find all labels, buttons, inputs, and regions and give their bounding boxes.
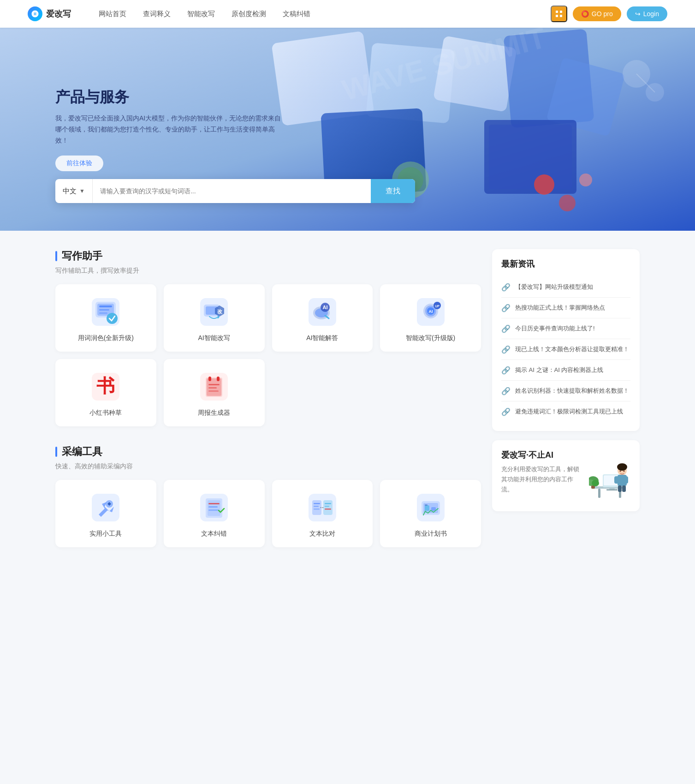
news-text-1: 热搜功能正式上线！掌握网络热点 (515, 303, 605, 312)
svg-rect-80 (598, 489, 600, 498)
card-ai-answer[interactable]: AI AI智能解答 (272, 284, 373, 352)
hero-description: 我，爱改写已经全面接入国内AI大模型，作为你的智能伙伴，无论您的需求来自哪个领域… (55, 113, 286, 146)
go-pro-icon: ⭕ (581, 10, 589, 18)
language-selector[interactable]: 中文 ▼ (55, 179, 93, 203)
svg-rect-0 (556, 11, 558, 13)
link-icon-6: 🔗 (501, 407, 511, 416)
business-plan-label: 商业计划书 (415, 530, 447, 538)
writing-section-desc: 写作辅助工具，撰写效率提升 (55, 267, 481, 275)
nav-dict[interactable]: 查词释义 (143, 10, 171, 18)
left-column: 写作助手 写作辅助工具，撰写效率提升 (55, 249, 481, 558)
search-button[interactable]: 查找 (371, 179, 415, 203)
card-smart-rewrite[interactable]: AI UP 智能改写(升级版) (380, 284, 481, 352)
search-bar: 中文 ▼ 查找 (55, 179, 415, 203)
svg-rect-65 (312, 500, 321, 515)
svg-rect-61 (208, 503, 220, 504)
tool-section-title: 采编工具 (55, 445, 481, 459)
svg-rect-26 (99, 309, 109, 311)
card-writing[interactable]: 用词润色(全新升级) (55, 284, 156, 352)
writing-section: 写作助手 写作辅助工具，撰写效率提升 (55, 249, 481, 426)
business-plan-icon (416, 493, 446, 522)
title-bar-decoration (55, 251, 57, 261)
red-book-icon: 书 (91, 372, 120, 401)
link-icon-1: 🔗 (501, 304, 511, 312)
go-pro-button[interactable]: ⭕ GO pro (573, 6, 621, 21)
tools-label: 实用小工具 (89, 530, 122, 538)
svg-rect-9 (504, 29, 594, 128)
link-icon-3: 🔗 (501, 345, 511, 354)
svg-rect-72 (325, 509, 331, 510)
writing-section-title: 写作助手 (55, 249, 481, 263)
promo-title: 爱改写·不止AI (501, 449, 583, 461)
news-item-5[interactable]: 🔗 姓名识别利器：快速提取和解析姓名数据！ (501, 381, 630, 401)
logo[interactable]: 爱改写 (28, 6, 71, 21)
news-item-6[interactable]: 🔗 避免违规词汇！极限词检测工具现已上线 (501, 401, 630, 422)
nav-home[interactable]: 网站首页 (99, 10, 126, 18)
smart-rewrite-icon: AI UP (416, 297, 446, 327)
red-book-label: 小红书种草 (89, 409, 122, 417)
svg-rect-54 (208, 387, 217, 389)
svg-text:AI: AI (428, 309, 433, 314)
weekly-icon (199, 372, 229, 401)
link-icon-4: 🔗 (501, 366, 511, 375)
writing-title-text: 写作助手 (62, 249, 102, 263)
news-item-3[interactable]: 🔗 现已上线！文本颜色分析器让提取更精准！ (501, 339, 630, 360)
svg-rect-25 (99, 305, 112, 307)
ai-answer-label: AI智能解答 (306, 334, 338, 342)
card-text-error[interactable]: 文本纠错 (164, 480, 265, 547)
nav-check[interactable]: 原创度检测 (232, 10, 266, 18)
news-list: 🔗 【爱改写】网站升级模型通知 🔗 热搜功能正式上线！掌握网络热点 🔗 今日历史… (501, 277, 630, 422)
svg-rect-55 (208, 390, 219, 392)
svg-rect-68 (314, 506, 319, 507)
card-ai-rewrite[interactable]: 改 AI智能改写 (164, 284, 265, 352)
card-tools[interactable]: 实用小工具 (55, 480, 156, 547)
experience-button[interactable]: 前往体验 (55, 156, 103, 171)
svg-point-28 (107, 313, 118, 324)
news-item-0[interactable]: 🔗 【爱改写】网站升级模型通知 (501, 277, 630, 298)
svg-point-98 (624, 471, 625, 472)
text-compare-icon (308, 493, 337, 522)
promo-card: 爱改写·不止AI 充分利用爱改写的工具，解锁其功能并利用您的内容工作流。 (492, 440, 640, 511)
promo-desc: 充分利用爱改写的工具，解锁其功能并利用您的内容工作流。 (501, 464, 583, 495)
svg-rect-63 (208, 509, 219, 511)
svg-text:书: 书 (96, 376, 115, 396)
text-error-icon (199, 493, 229, 522)
svg-rect-66 (323, 500, 333, 515)
svg-rect-77 (431, 507, 436, 511)
card-business-plan[interactable]: 商业计划书 (380, 480, 481, 547)
card-text-compare[interactable]: 文本比对 (272, 480, 373, 547)
svg-text:AI: AI (322, 305, 327, 310)
svg-text:改: 改 (217, 309, 223, 314)
news-item-4[interactable]: 🔗 揭示 AI 之谜：AI 内容检测器上线 (501, 360, 630, 381)
news-item-2[interactable]: 🔗 今日历史事件查询功能上线了! (501, 318, 630, 339)
news-text-4: 揭示 AI 之谜：AI 内容检测器上线 (515, 365, 603, 375)
svg-point-19 (623, 60, 650, 88)
nav-proofread[interactable]: 文稿纠错 (283, 10, 310, 18)
search-input[interactable] (93, 179, 371, 203)
ai-answer-icon: AI (308, 297, 337, 327)
svg-rect-53 (208, 384, 220, 385)
svg-rect-78 (425, 504, 428, 506)
header: 爱改写 网站首页 查词释义 智能改写 原创度检测 文稿纠错 ⭕ GO pro ↪… (0, 0, 695, 28)
svg-rect-71 (325, 506, 329, 507)
card-weekly[interactable]: 周报生成器 (164, 359, 265, 426)
login-button[interactable]: ↪ Login (627, 6, 667, 21)
smart-rewrite-label: 智能改写(升级版) (406, 334, 455, 342)
svg-rect-2 (556, 15, 558, 17)
svg-point-96 (617, 463, 627, 471)
promo-text: 爱改写·不止AI 充分利用爱改写的工具，解锁其功能并利用您的内容工作流。 (501, 449, 583, 495)
news-item-1[interactable]: 🔗 热搜功能正式上线！掌握网络热点 (501, 298, 630, 318)
tools-icon (91, 493, 120, 522)
writing-cards-grid: 用词润色(全新升级) 改 (55, 284, 481, 426)
login-label: Login (643, 10, 659, 18)
tool-cards-grid: 实用小工具 文本纠 (55, 480, 481, 547)
tool-title-text: 采编工具 (62, 445, 102, 459)
grid-button[interactable] (551, 6, 567, 22)
writing-icon (91, 297, 120, 327)
text-error-label: 文本纠错 (201, 530, 227, 538)
svg-rect-52 (217, 377, 220, 381)
card-red-book[interactable]: 书 小红书种草 (55, 359, 156, 426)
news-card: 最新资讯 🔗 【爱改写】网站升级模型通知 🔗 热搜功能正式上线！掌握网络热点 🔗… (492, 249, 640, 431)
search-bar-wrap: 中文 ▼ 查找 (55, 179, 640, 203)
nav-rewrite[interactable]: 智能改写 (187, 10, 215, 18)
